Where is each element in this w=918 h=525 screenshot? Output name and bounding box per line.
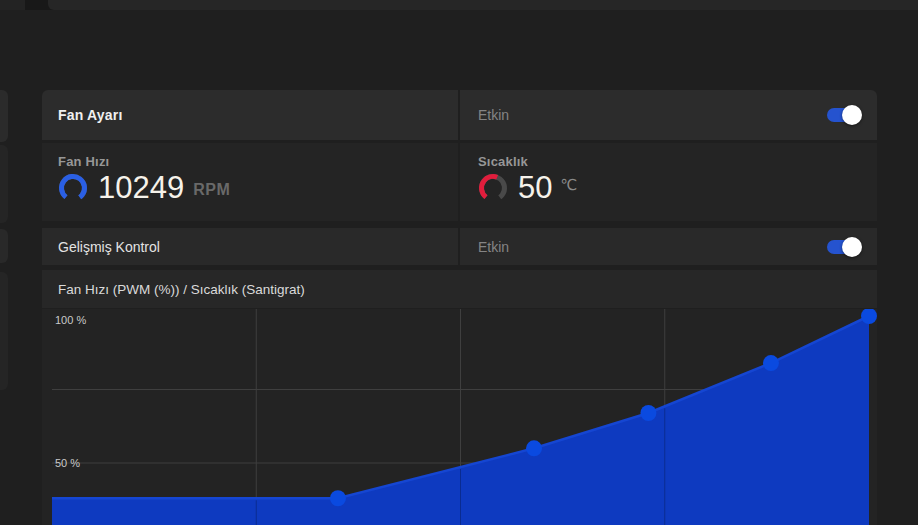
fan-setting-header-cell: Fan Ayarı xyxy=(42,90,458,140)
clipped-card-top-wide xyxy=(48,0,918,10)
fan-setting-toggle[interactable] xyxy=(827,108,860,122)
fan-curve-card: 100 % 50 % xyxy=(42,309,877,525)
fan-setting-status-label: Etkin xyxy=(478,107,509,123)
clipped-side-card xyxy=(0,272,8,390)
fan-speed-value: 10249 xyxy=(98,172,184,203)
y-axis-tick-100: 100 % xyxy=(55,314,86,326)
fan-curve-title: Fan Hızı (PWM (%)) / Sıcaklık (Santigrat… xyxy=(58,282,305,297)
fan-setting-status-cell: Etkin xyxy=(460,90,877,140)
toggle-knob xyxy=(842,105,862,125)
advanced-control-label: Gelişmiş Kontrol xyxy=(58,239,160,255)
window-edge-strip xyxy=(0,0,918,10)
fan-speed-label: Fan Hızı xyxy=(58,154,458,169)
clipped-side-card xyxy=(0,145,8,223)
fan-speed-gauge-icon xyxy=(58,173,88,203)
fan-curve-chart[interactable] xyxy=(42,309,877,525)
temperature-unit: ℃ xyxy=(560,176,577,194)
fan-speed-cell: Fan Hızı 10249 RPM xyxy=(42,143,458,221)
fan-speed-gauge-arc xyxy=(58,173,88,203)
temperature-label: Sıcaklık xyxy=(478,154,877,169)
fan-setting-title: Fan Ayarı xyxy=(58,107,123,123)
temperature-value: 50 xyxy=(518,172,552,203)
toggle-knob xyxy=(842,237,862,257)
fan-speed-unit: RPM xyxy=(193,181,230,199)
advanced-control-status-label: Etkin xyxy=(478,239,509,255)
advanced-control-status-cell: Etkin xyxy=(460,228,877,265)
y-axis-tick-50: 50 % xyxy=(55,457,80,469)
clipped-side-card xyxy=(0,90,8,142)
temperature-gauge-icon xyxy=(478,173,508,203)
advanced-control-toggle[interactable] xyxy=(827,240,860,254)
clipped-card-top-left xyxy=(0,0,25,10)
fan-curve-header: Fan Hızı (PWM (%)) / Sıcaklık (Santigrat… xyxy=(42,270,877,308)
advanced-control-cell: Gelişmiş Kontrol xyxy=(42,228,458,265)
clipped-side-card xyxy=(0,229,8,263)
temperature-cell: Sıcaklık 50 ℃ xyxy=(460,143,877,221)
